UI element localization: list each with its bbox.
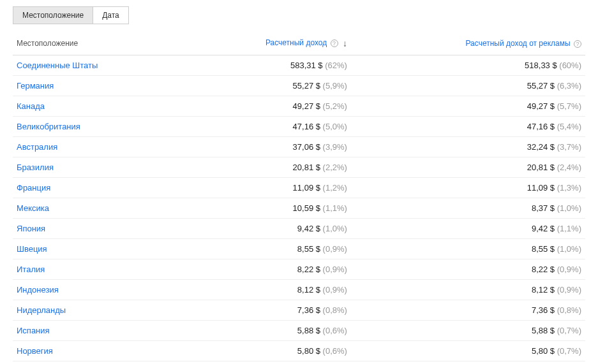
location-link[interactable]: Италия [13, 259, 181, 280]
location-link[interactable]: Германия [13, 76, 181, 96]
col-header-est-ad-revenue-label: Расчетный доход от рекламы [466, 39, 571, 48]
col-header-location[interactable]: Местоположение [13, 32, 181, 55]
location-link[interactable]: Норвегия [13, 341, 181, 361]
location-link[interactable]: Франция [13, 178, 181, 198]
table-row: Испания5,88 $ (0,6%)5,88 $ (0,7%) [13, 321, 585, 341]
est-ad-revenue-cell: 32,24 $ (3,7%) [351, 137, 585, 157]
est-ad-revenue-cell: 9,42 $ (1,1%) [351, 219, 585, 239]
est-ad-revenue-cell: 47,16 $ (5,4%) [351, 117, 585, 137]
est-revenue-cell: 5,80 $ (0,6%) [181, 341, 351, 361]
est-revenue-cell: 9,42 $ (1,0%) [181, 219, 351, 239]
location-link[interactable]: Япония [13, 219, 181, 239]
table-row: Канада49,27 $ (5,2%)49,27 $ (5,7%) [13, 96, 585, 117]
est-ad-revenue-cell: 5,80 $ (0,7%) [351, 341, 585, 361]
table-row: Индонезия8,12 $ (0,9%)8,12 $ (0,9%) [13, 280, 585, 300]
est-revenue-cell: 5,88 $ (0,6%) [181, 321, 351, 341]
location-link[interactable]: Швеция [13, 239, 181, 259]
est-ad-revenue-cell: 8,22 $ (0,9%) [351, 259, 585, 280]
table-row: Норвегия5,80 $ (0,6%)5,80 $ (0,7%) [13, 341, 585, 361]
location-link[interactable]: Индонезия [13, 280, 181, 300]
est-revenue-cell: 20,81 $ (2,2%) [181, 157, 351, 178]
table-row: Япония9,42 $ (1,0%)9,42 $ (1,1%) [13, 219, 585, 239]
table-row: Германия55,27 $ (5,9%)55,27 $ (6,3%) [13, 76, 585, 96]
est-revenue-cell: 55,27 $ (5,9%) [181, 76, 351, 96]
est-revenue-cell: 583,31 $ (62%) [181, 55, 351, 76]
table-row: Великобритания47,16 $ (5,0%)47,16 $ (5,4… [13, 117, 585, 137]
tab-location[interactable]: Местоположение [13, 6, 93, 24]
est-ad-revenue-cell: 518,33 $ (60%) [351, 55, 585, 76]
table-row: Мексика10,59 $ (1,1%)8,37 $ (1,0%) [13, 198, 585, 219]
table-row: Швейцария5,77 $ (0,6%)5,77 $ (0,7%) [13, 361, 585, 365]
est-revenue-cell: 10,59 $ (1,1%) [181, 198, 351, 219]
est-revenue-cell: 49,27 $ (5,2%) [181, 96, 351, 117]
est-revenue-cell: 7,36 $ (0,8%) [181, 300, 351, 321]
est-revenue-cell: 5,77 $ (0,6%) [181, 361, 351, 365]
sort-desc-icon: ↓ [343, 38, 347, 48]
est-revenue-cell: 37,06 $ (3,9%) [181, 137, 351, 157]
table-row: Италия8,22 $ (0,9%)8,22 $ (0,9%) [13, 259, 585, 280]
est-revenue-cell: 8,55 $ (0,9%) [181, 239, 351, 259]
location-link[interactable]: Бразилия [13, 157, 181, 178]
location-link[interactable]: Австралия [13, 137, 181, 157]
est-ad-revenue-cell: 5,88 $ (0,7%) [351, 321, 585, 341]
col-header-est-revenue[interactable]: Расчетный доход ? ↓ [181, 32, 351, 55]
col-header-location-label: Местоположение [17, 39, 78, 48]
location-link[interactable]: Мексика [13, 198, 181, 219]
est-ad-revenue-cell: 8,37 $ (1,0%) [351, 198, 585, 219]
tab-date[interactable]: Дата [93, 6, 129, 24]
revenue-table: Местоположение Расчетный доход ? ↓ Расче… [13, 32, 585, 364]
dimension-tabs: Местоположение Дата [13, 6, 585, 24]
table-row: Нидерланды7,36 $ (0,8%)7,36 $ (0,8%) [13, 300, 585, 321]
table-row: Франция11,09 $ (1,2%)11,09 $ (1,3%) [13, 178, 585, 198]
est-revenue-cell: 47,16 $ (5,0%) [181, 117, 351, 137]
table-row: Австралия37,06 $ (3,9%)32,24 $ (3,7%) [13, 137, 585, 157]
help-icon[interactable]: ? [331, 40, 338, 47]
location-link[interactable]: Соединенные Штаты [13, 55, 181, 76]
est-ad-revenue-cell: 8,12 $ (0,9%) [351, 280, 585, 300]
table-row: Бразилия20,81 $ (2,2%)20,81 $ (2,4%) [13, 157, 585, 178]
est-revenue-cell: 11,09 $ (1,2%) [181, 178, 351, 198]
est-ad-revenue-cell: 20,81 $ (2,4%) [351, 157, 585, 178]
est-revenue-cell: 8,22 $ (0,9%) [181, 259, 351, 280]
table-row: Швеция8,55 $ (0,9%)8,55 $ (1,0%) [13, 239, 585, 259]
est-ad-revenue-cell: 7,36 $ (0,8%) [351, 300, 585, 321]
help-icon[interactable]: ? [574, 40, 581, 48]
location-link[interactable]: Швейцария [13, 361, 181, 365]
est-ad-revenue-cell: 49,27 $ (5,7%) [351, 96, 585, 117]
est-ad-revenue-cell: 5,77 $ (0,7%) [351, 361, 585, 365]
est-ad-revenue-cell: 8,55 $ (1,0%) [351, 239, 585, 259]
col-header-est-ad-revenue[interactable]: Расчетный доход от рекламы ? [351, 32, 585, 55]
location-link[interactable]: Великобритания [13, 117, 181, 137]
col-header-est-revenue-label: Расчетный доход [265, 38, 327, 47]
est-ad-revenue-cell: 11,09 $ (1,3%) [351, 178, 585, 198]
location-link[interactable]: Нидерланды [13, 300, 181, 321]
est-ad-revenue-cell: 55,27 $ (6,3%) [351, 76, 585, 96]
table-row: Соединенные Штаты583,31 $ (62%)518,33 $ … [13, 55, 585, 76]
location-link[interactable]: Испания [13, 321, 181, 341]
est-revenue-cell: 8,12 $ (0,9%) [181, 280, 351, 300]
location-link[interactable]: Канада [13, 96, 181, 117]
